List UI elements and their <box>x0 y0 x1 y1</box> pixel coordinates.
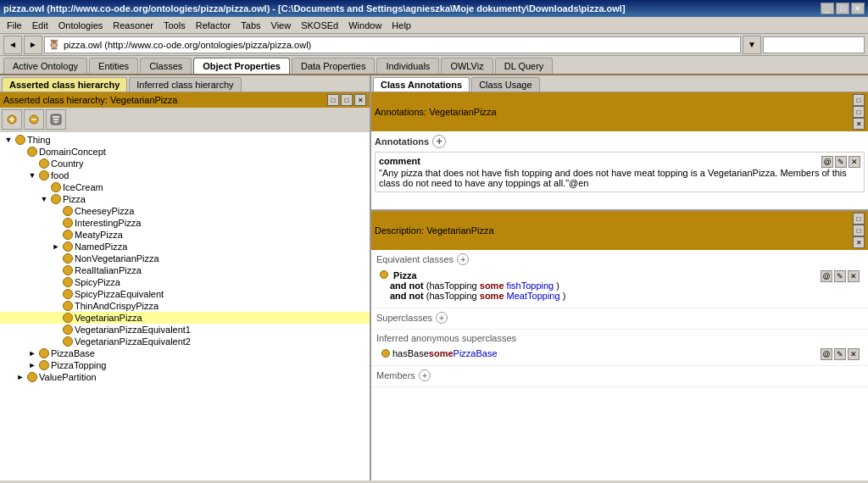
tree-item-pizza[interactable]: ▼ Pizza <box>0 193 370 205</box>
desc-btn-1[interactable]: □ <box>853 213 865 225</box>
tree-item-vegetarianpizza[interactable]: VegetarianPizza <box>0 312 370 324</box>
tree-label-pizzatopping: PizzaTopping <box>51 360 106 370</box>
title-text: pizza.owl (http://www.co-ode.org/ontolog… <box>3 3 626 14</box>
tree-label-thing: Thing <box>27 135 51 145</box>
tree-toggle-namedpizza[interactable]: ► <box>51 242 61 252</box>
add-superclass-button[interactable]: + <box>436 312 448 324</box>
tree-item-realitalianpizza[interactable]: RealItalianPizza <box>0 264 370 276</box>
menu-item-file[interactable]: File <box>2 19 27 32</box>
main-tab-object-properties[interactable]: Object Properties <box>193 58 290 74</box>
menu-item-skosed[interactable]: SKOSEd <box>296 19 343 32</box>
main-tab-individuals[interactable]: Individuals <box>376 58 439 74</box>
inferred-delete-button[interactable]: ✕ <box>848 348 860 360</box>
tree-toggle-pizzatopping[interactable]: ► <box>27 360 37 370</box>
ann-btn-2[interactable]: □ <box>853 106 865 118</box>
tree-item-valuepartition[interactable]: ► ValuePartition <box>0 371 370 383</box>
menu-item-reasoner[interactable]: Reasoner <box>108 19 159 32</box>
maximize-button[interactable]: □ <box>836 3 849 14</box>
equiv-icon-at[interactable]: @ <box>821 270 832 282</box>
menu-item-ontologies[interactable]: Ontologies <box>53 19 108 32</box>
ann-tab-class-usage[interactable]: Class Usage <box>471 77 539 92</box>
close-button[interactable]: ✕ <box>851 3 865 14</box>
tree-dot-interestingpizza <box>63 218 73 228</box>
add-annotation-button[interactable]: + <box>432 135 446 148</box>
desc-header-btns: □ □ ✕ <box>853 213 865 248</box>
subtab-inferred-class-hierarchy[interactable]: Inferred class hierarchy <box>129 77 241 92</box>
tree-item-namedpizza[interactable]: ► NamedPizza <box>0 241 370 253</box>
subtab-asserted-class-hierarchy[interactable]: Asserted class hierarchy <box>2 77 127 92</box>
main-tab-entities[interactable]: Entities <box>89 58 138 74</box>
forward-button[interactable]: ► <box>24 36 42 54</box>
main-tab-classes[interactable]: Classes <box>140 58 192 74</box>
desc-btn-2[interactable]: □ <box>853 225 865 236</box>
inferred-pizza-base: PizzaBase <box>453 348 498 358</box>
main-tab-dl-query[interactable]: DL Query <box>495 58 554 74</box>
tree-item-spicypizza[interactable]: SpicyPizza <box>0 276 370 288</box>
main-tab-active-ontology[interactable]: Active Ontology <box>3 58 87 74</box>
header-btn-3[interactable]: ✕ <box>354 94 366 106</box>
comment-icon-at[interactable]: @ <box>821 156 833 168</box>
main-tab-data-properties[interactable]: Data Properties <box>292 58 375 74</box>
tree-item-vegetarianpizzaequivalent2[interactable]: VegetarianPizzaEquivalent2 <box>0 336 370 347</box>
equiv-delete-button[interactable]: ✕ <box>848 270 860 282</box>
tree-item-domainconcept[interactable]: DomainConcept <box>0 146 370 158</box>
minimize-button[interactable]: _ <box>821 3 834 14</box>
tree-label-country: Country <box>51 158 84 169</box>
menu-item-view[interactable]: View <box>266 19 297 32</box>
menu-item-help[interactable]: Help <box>387 19 416 32</box>
tree-toggle-pizzabase[interactable]: ► <box>27 348 37 358</box>
tree-item-icecream[interactable]: IceCream <box>0 181 370 193</box>
collapse-all-button[interactable] <box>24 109 44 130</box>
tree-item-food[interactable]: ▼ food <box>0 169 370 181</box>
menu-item-edit[interactable]: Edit <box>27 19 53 32</box>
comment-delete-button[interactable]: ✕ <box>849 156 860 168</box>
tree-label-meatypizza: MeatyPizza <box>75 230 123 240</box>
desc-header-title: Description: VegetarianPizza <box>375 225 494 236</box>
back-button[interactable]: ◄ <box>3 36 22 54</box>
add-equiv-button[interactable]: + <box>457 253 469 265</box>
header-btn-2[interactable]: □ <box>341 94 353 106</box>
tree-item-country[interactable]: Country <box>0 158 370 169</box>
tree-label-realitalianpizza: RealItalianPizza <box>75 265 142 275</box>
tree-container: ▼ Thing DomainConcept Country▼ food IceC… <box>0 132 370 480</box>
ann-tab-class-annotations[interactable]: Class Annotations <box>373 77 470 92</box>
tree-label-vegetarianpizza: VegetarianPizza <box>75 313 142 323</box>
main-tab-owlviz[interactable]: OWLViz <box>441 58 492 74</box>
description-header: Description: VegetarianPizza □ □ ✕ <box>371 211 868 250</box>
tree-item-pizzabase[interactable]: ► PizzaBase <box>0 347 370 359</box>
tree-item-cheeseypizza[interactable]: CheeseyPizza <box>0 205 370 217</box>
tree-item-spicypizzaequivalent[interactable]: SpicyPizzaEquivalent <box>0 288 370 300</box>
tree-item-interestingpizza[interactable]: InterestingPizza <box>0 217 370 229</box>
equiv-item: @ ✎ ✕ Pizza and not (hasTopping some <box>376 267 863 304</box>
tree-item-vegetarianpizzaequivalent1[interactable]: VegetarianPizzaEquivalent1 <box>0 324 370 336</box>
annotations-body: Annotations + @ ✎ ✕ comment "Any pizza t… <box>371 131 868 209</box>
menu-item-refactor[interactable]: Refactor <box>191 19 236 32</box>
add-member-button[interactable]: + <box>419 369 431 381</box>
tree-toggle-pizza[interactable]: ▼ <box>39 194 49 204</box>
equiv-edit-button[interactable]: ✎ <box>834 270 846 282</box>
tree-item-pizzatopping[interactable]: ► PizzaTopping <box>0 359 370 371</box>
filter-button[interactable] <box>46 109 66 130</box>
tree-item-meatypizza[interactable]: MeatyPizza <box>0 229 370 241</box>
equiv-name-text: Pizza <box>393 270 417 280</box>
header-btn-1[interactable]: □ <box>327 94 339 106</box>
comment-edit-button[interactable]: ✎ <box>835 156 847 168</box>
ann-btn-3[interactable]: ✕ <box>853 118 865 130</box>
comment-box: @ ✎ ✕ comment "Any pizza that does not h… <box>375 152 865 192</box>
go-button[interactable]: ▼ <box>743 36 761 54</box>
menu-item-tools[interactable]: Tools <box>159 19 191 32</box>
search-input[interactable] <box>763 36 865 53</box>
inferred-icon-at[interactable]: @ <box>821 348 832 360</box>
menu-item-tabs[interactable]: Tabs <box>236 19 265 32</box>
ann-btn-1[interactable]: □ <box>853 94 865 106</box>
tree-item-nonvegetarianpizza[interactable]: NonVegetarianPizza <box>0 253 370 264</box>
tree-item-thing[interactable]: ▼ Thing <box>0 134 370 146</box>
desc-btn-3[interactable]: ✕ <box>853 236 865 248</box>
inferred-edit-button[interactable]: ✎ <box>834 348 846 360</box>
tree-toggle-valuepartition[interactable]: ► <box>15 372 25 382</box>
expand-all-button[interactable] <box>2 109 22 130</box>
tree-item-thinandcrispypizza[interactable]: ThinAndCrispyPizza <box>0 300 370 312</box>
tree-toggle-thing[interactable]: ▼ <box>3 135 14 145</box>
menu-item-window[interactable]: Window <box>343 19 387 32</box>
tree-toggle-food[interactable]: ▼ <box>27 170 37 180</box>
